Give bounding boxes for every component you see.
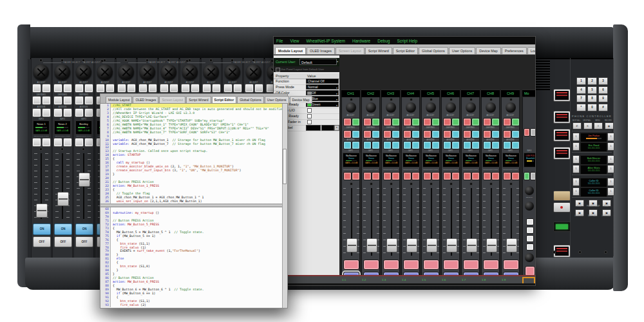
communication-right-button[interactable] [471,172,480,180]
defined-left-button[interactable] [343,118,352,126]
tab-oled-images[interactable]: OLED Images [133,96,158,103]
adjust-knob[interactable] [386,102,396,113]
tab-module-layout[interactable]: Module Layout [106,96,132,103]
aux-left-button[interactable] [363,141,372,149]
aux-left-button[interactable] [383,141,392,149]
adjust-knob[interactable] [506,102,516,113]
aux-right-button[interactable] [451,141,460,149]
pink-button[interactable] [343,260,359,270]
tab-script-editor[interactable]: Script Editor [393,47,418,54]
communication-left-button[interactable] [403,172,412,180]
communication-left-button[interactable] [383,172,392,180]
aux-left-button[interactable] [483,141,491,149]
tab-script-editor[interactable]: Script Editor [212,96,237,103]
level-knob[interactable] [525,253,534,262]
master-gray-button-2[interactable] [530,172,536,180]
fader-knob[interactable] [346,238,357,252]
master-white-button-1[interactable] [526,218,534,225]
property-value-off-color[interactable]: Off▾ [306,90,339,95]
property-value-remote-ready[interactable] [306,113,339,118]
label-field-2[interactable] [321,125,334,131]
assign-left-button[interactable] [363,130,372,138]
defined-left-button[interactable] [363,118,372,126]
communication-left-button[interactable] [423,172,431,180]
fader-knob[interactable] [446,238,457,252]
master-white-button-2[interactable] [526,227,534,234]
pink-button[interactable] [383,260,399,270]
master-red-button[interactable] [524,128,530,137]
fader-knob[interactable] [386,238,397,252]
pink-button[interactable] [423,260,439,270]
communication-right-button[interactable] [431,172,440,180]
defined-left-button[interactable] [443,118,451,126]
pink-button[interactable] [443,260,459,270]
menu-hardware[interactable]: Hardware [352,39,370,43]
fader-knob[interactable] [426,238,437,252]
fader-knob[interactable] [486,238,497,252]
value-field[interactable]: Channel Off [306,79,339,84]
assign-right-button[interactable] [491,130,500,138]
channel-fader[interactable] [423,188,439,256]
defined-right-button[interactable] [471,118,480,126]
channel-fader[interactable] [503,188,519,256]
communication-right-button[interactable] [352,172,360,180]
tab-global-options[interactable]: Global Options [419,47,448,54]
aux-left-button[interactable] [423,141,431,149]
property-value-press-mode[interactable]: Normal▾ [306,84,339,90]
fader-knob[interactable] [366,238,377,252]
channel-fader[interactable] [343,188,359,256]
pink-button[interactable] [503,260,519,270]
adjust-knob[interactable] [466,102,476,113]
communication-left-button[interactable] [343,172,352,180]
assign-right-button[interactable] [511,130,520,138]
communication-right-button[interactable] [511,172,520,180]
aux-left-button[interactable] [463,141,471,149]
tab-script-wizard[interactable]: Script Wizard [186,96,211,103]
code-line-93[interactable]: 93 fire_salvo (2) [100,303,283,307]
communication-left-button[interactable] [443,172,451,180]
defined-right-button[interactable] [491,118,500,126]
defined-right-button[interactable] [372,118,380,126]
channel-fader[interactable] [383,188,399,256]
communication-right-button[interactable] [412,172,420,180]
tab-script-wizard[interactable]: Script Wizard [365,47,392,54]
menu-file[interactable]: File [276,39,283,43]
communication-right-button[interactable] [372,172,380,180]
aux-left-button[interactable] [503,141,511,149]
select-knob[interactable] [525,186,534,195]
cue-knob[interactable] [525,202,534,211]
pink-button[interactable] [403,260,419,270]
adjust-knob[interactable] [366,102,376,113]
adjust-knob[interactable] [406,102,416,113]
adjust-knob[interactable] [346,102,356,113]
assign-right-button[interactable] [451,130,460,138]
editor-scrollbar[interactable] [282,104,287,308]
scrollbar-thumb[interactable] [283,149,287,184]
aux-right-button[interactable] [491,141,500,149]
value-checkbox[interactable] [307,108,312,113]
master-white-button-4[interactable] [526,243,534,251]
fader-knob[interactable] [466,238,477,252]
adjust-knob[interactable] [446,102,456,113]
pink-button[interactable] [483,260,499,270]
channel-fader[interactable] [483,188,499,256]
channel-fader[interactable] [463,188,479,256]
aux-right-button[interactable] [372,141,380,149]
tab-user-options[interactable]: User Options [449,47,475,54]
tab-global-options[interactable]: Global Options [237,96,264,103]
panel-layout-checkbox[interactable] [276,68,280,72]
adjust-knob[interactable] [486,102,496,113]
defined-left-button[interactable] [483,118,491,126]
assign-left-button[interactable] [343,130,352,138]
assign-right-button[interactable] [471,130,480,138]
defined-left-button[interactable] [463,118,471,126]
assign-left-button[interactable] [403,130,412,138]
tab-user-options[interactable]: User Options [265,96,289,103]
communication-left-button[interactable] [463,172,471,180]
menu-debug[interactable]: Debug [377,39,390,43]
pink-button[interactable] [363,260,379,270]
value-field[interactable]: Normal▾ [306,84,339,90]
communication-left-button[interactable] [363,172,372,180]
defined-right-button[interactable] [431,118,440,126]
assign-left-button[interactable] [423,130,431,138]
